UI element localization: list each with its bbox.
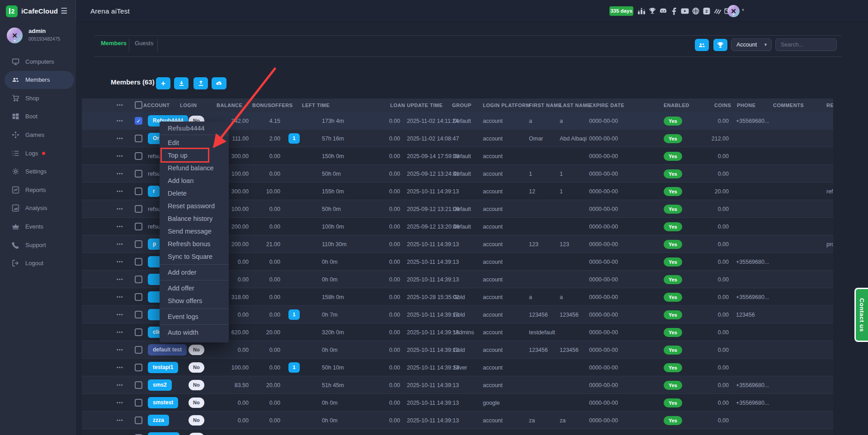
select-all-checkbox[interactable]: [135, 101, 142, 109]
row-checkbox[interactable]: [135, 416, 142, 424]
row-checkbox[interactable]: [135, 328, 142, 336]
account-pill[interactable]: default test: [148, 344, 187, 355]
menu-item-edit[interactable]: Edit: [160, 136, 229, 149]
column-header-offers[interactable]: OFFERS: [271, 98, 293, 112]
menu-item-auto-width[interactable]: Auto width: [160, 326, 229, 339]
row-actions-icon[interactable]: •••: [117, 418, 123, 423]
row-checkbox[interactable]: ✓: [135, 117, 142, 125]
column-header-comments[interactable]: COMMENTS: [773, 98, 804, 112]
menu-item-show-offers[interactable]: Show offers: [160, 295, 229, 307]
search-input[interactable]: [775, 38, 837, 51]
row-actions-icon[interactable]: •••: [117, 206, 123, 211]
row-checkbox[interactable]: [135, 170, 142, 178]
row-checkbox[interactable]: [135, 311, 142, 318]
row-actions-icon[interactable]: •••: [117, 136, 123, 141]
avatar[interactable]: ✕★: [7, 28, 23, 43]
sidebar-item-settings[interactable]: Settings: [0, 163, 76, 181]
discord-icon[interactable]: [659, 7, 667, 15]
column-header-platform[interactable]: LOGIN PLATFORM: [483, 98, 530, 112]
row-actions-icon[interactable]: •••: [117, 277, 123, 282]
sidebar-item-boot[interactable]: Boot: [0, 108, 76, 126]
row-actions-icon[interactable]: •••: [117, 383, 123, 388]
account-pill[interactable]: sms2: [148, 379, 172, 391]
sidebar-item-logs[interactable]: Logs: [0, 144, 76, 162]
sidebar-item-games[interactable]: Games: [0, 126, 76, 144]
row-actions-icon[interactable]: •••: [117, 312, 123, 317]
account-pill[interactable]: [148, 432, 179, 435]
menu-item-sync-to-square[interactable]: Sync to Square: [160, 250, 229, 263]
chevron-down-icon[interactable]: ▾: [742, 7, 744, 12]
column-header-login[interactable]: LOGIN: [180, 98, 197, 112]
row-checkbox[interactable]: [135, 205, 142, 213]
row-actions-icon[interactable]: •••: [117, 154, 123, 159]
sidebar-item-reports[interactable]: Reports: [0, 181, 76, 199]
column-header-bonus[interactable]: BONUS: [252, 98, 271, 112]
row-actions-icon[interactable]: •••: [117, 330, 123, 335]
column-header-enabled[interactable]: ENABLED: [664, 98, 689, 112]
search-field-select[interactable]: Account▼: [731, 38, 772, 51]
row-actions-icon[interactable]: •••: [117, 118, 123, 123]
menu-item-add-offer[interactable]: Add offer: [160, 282, 229, 295]
row-actions-icon[interactable]: •••: [117, 224, 123, 229]
column-header-update_time[interactable]: UPDATE TIME: [407, 98, 443, 112]
row-actions-icon[interactable]: •••: [117, 347, 123, 352]
sidebar-item-support[interactable]: Support: [0, 236, 76, 254]
column-options-icon[interactable]: •••: [117, 98, 123, 112]
row-checkbox[interactable]: [135, 276, 142, 283]
row-checkbox[interactable]: [135, 293, 142, 301]
column-header-account[interactable]: ACCOUNT: [143, 98, 170, 112]
row-checkbox[interactable]: [135, 346, 142, 354]
sidebar-item-members[interactable]: Members: [5, 71, 74, 89]
sidebar-item-shop[interactable]: Shop: [0, 89, 76, 107]
column-header-coins[interactable]: COINS: [714, 98, 731, 112]
cloud-sync-button[interactable]: [212, 77, 226, 89]
column-header-balance[interactable]: BALANCE: [217, 98, 242, 112]
row-actions-icon[interactable]: •••: [117, 189, 123, 194]
row-checkbox[interactable]: [135, 399, 142, 407]
tab-members[interactable]: Members: [101, 40, 127, 47]
menu-item-balance-history[interactable]: Balance history: [160, 212, 229, 225]
row-actions-icon[interactable]: •••: [117, 295, 123, 299]
row-actions-icon[interactable]: •••: [117, 242, 123, 247]
contact-us-tab[interactable]: Contact us: [854, 288, 868, 342]
account-name[interactable]: refsu: [148, 171, 160, 177]
row-checkbox[interactable]: [135, 364, 142, 371]
import-button[interactable]: [174, 77, 189, 89]
offers-badge[interactable]: 1: [288, 309, 300, 320]
column-header-remark[interactable]: REMARK: [826, 98, 833, 112]
ranking-view-button[interactable]: [713, 39, 727, 51]
sidebar-item-computers[interactable]: Computers: [0, 52, 76, 70]
menu-item-add-order[interactable]: Add order: [160, 266, 229, 279]
user-avatar[interactable]: ✕★: [727, 5, 740, 17]
row-checkbox[interactable]: [135, 135, 142, 142]
menu-item-send-message[interactable]: Send message: [160, 225, 229, 238]
icafe-icon[interactable]: 2: [703, 7, 711, 15]
account-pill[interactable]: zzza: [148, 415, 169, 426]
column-header-loan[interactable]: LOAN: [390, 98, 405, 112]
add-member-button[interactable]: +: [156, 77, 170, 89]
offers-badge[interactable]: 1: [288, 362, 300, 373]
row-actions-icon[interactable]: •••: [117, 400, 123, 405]
sidebar-item-events[interactable]: Events: [0, 217, 76, 235]
members-view-button[interactable]: [695, 39, 709, 51]
account-pill[interactable]: p: [148, 239, 161, 250]
globe-icon[interactable]: [692, 7, 700, 15]
row-checkbox[interactable]: [135, 258, 142, 266]
column-header-first_name[interactable]: FIRST NAME: [529, 98, 561, 112]
menu-item-event-logs[interactable]: Event logs: [160, 310, 229, 323]
trophy-icon[interactable]: [648, 7, 656, 15]
column-header-group[interactable]: GROUP: [452, 98, 472, 112]
layers-icon[interactable]: [713, 7, 722, 15]
account-name[interactable]: refsu: [148, 206, 160, 212]
row-actions-icon[interactable]: •••: [117, 365, 123, 370]
menu-item-refresh-bonus[interactable]: Refresh bonus: [160, 238, 229, 250]
facebook-icon[interactable]: [670, 7, 678, 15]
row-actions-icon[interactable]: •••: [117, 259, 123, 264]
offers-badge[interactable]: 1: [288, 133, 300, 144]
export-button[interactable]: [193, 77, 208, 89]
row-actions-icon[interactable]: •••: [117, 171, 123, 176]
subscription-days-badge[interactable]: 335 days: [609, 6, 633, 16]
column-header-expire[interactable]: EXPIRE DATE: [589, 98, 624, 112]
tab-guests[interactable]: Guests: [135, 40, 153, 47]
row-checkbox[interactable]: [135, 240, 142, 248]
